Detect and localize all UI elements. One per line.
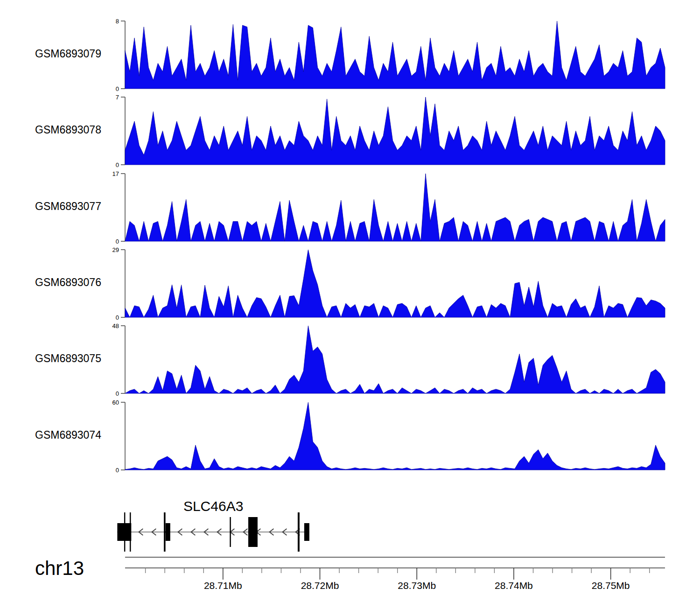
y-min-label: 0 bbox=[116, 467, 119, 474]
gene-exon bbox=[298, 512, 300, 552]
y-min-label: 0 bbox=[116, 238, 119, 245]
gene-and-axis-panel: SLC46A328.71Mb28.72Mb28.73Mb28.74Mb28.75… bbox=[0, 481, 700, 616]
coverage-plot: 80 bbox=[107, 16, 672, 93]
axis-tick-label: 28.74Mb bbox=[495, 580, 533, 591]
axis-tick-label: 28.75Mb bbox=[592, 580, 630, 591]
y-max-label: 17 bbox=[112, 170, 119, 177]
chromosome-label: chr13 bbox=[35, 557, 84, 579]
coverage-signal bbox=[125, 326, 665, 393]
coverage-signal bbox=[125, 250, 665, 317]
coverage-plot: 170 bbox=[107, 169, 672, 246]
coverage-signal bbox=[125, 21, 665, 89]
y-max-label: 7 bbox=[116, 94, 119, 101]
genome-coverage-figure: GSM689307980GSM689307870GSM6893077170GSM… bbox=[0, 0, 700, 616]
coverage-plot: 600 bbox=[107, 398, 672, 475]
gene-exon bbox=[166, 523, 170, 541]
y-min-label: 0 bbox=[116, 85, 119, 92]
gene-name-label: SLC46A3 bbox=[183, 498, 243, 514]
track-label: GSM6893075 bbox=[35, 352, 101, 365]
track-label: GSM6893074 bbox=[35, 429, 101, 441]
coverage-plot: 480 bbox=[107, 321, 672, 398]
track-label: GSM6893077 bbox=[35, 200, 101, 213]
track-label: GSM6893078 bbox=[35, 124, 101, 136]
track-label: GSM6893079 bbox=[35, 48, 101, 60]
y-min-label: 0 bbox=[116, 161, 119, 168]
coverage-plot: 70 bbox=[107, 92, 672, 169]
y-min-label: 0 bbox=[116, 314, 119, 321]
y-min-label: 0 bbox=[116, 390, 119, 397]
gene-exon bbox=[304, 523, 309, 541]
coverage-signal bbox=[125, 402, 665, 470]
y-max-label: 8 bbox=[116, 18, 119, 25]
y-max-label: 48 bbox=[112, 322, 119, 329]
axis-tick-label: 28.71Mb bbox=[204, 580, 242, 591]
axis-tick-label: 28.73Mb bbox=[398, 580, 436, 591]
track-label: GSM6893076 bbox=[35, 276, 101, 289]
gene-exon bbox=[230, 517, 231, 547]
gene-exon bbox=[248, 517, 258, 547]
y-max-label: 60 bbox=[112, 399, 119, 406]
gene-exon bbox=[124, 512, 126, 552]
coverage-plot: 290 bbox=[107, 245, 672, 322]
coverage-signal bbox=[125, 174, 665, 241]
gene-exon bbox=[130, 512, 131, 552]
axis-tick-label: 28.72Mb bbox=[301, 580, 339, 591]
coverage-signal bbox=[125, 97, 665, 165]
y-max-label: 29 bbox=[112, 246, 119, 253]
gene-exon bbox=[164, 512, 166, 552]
